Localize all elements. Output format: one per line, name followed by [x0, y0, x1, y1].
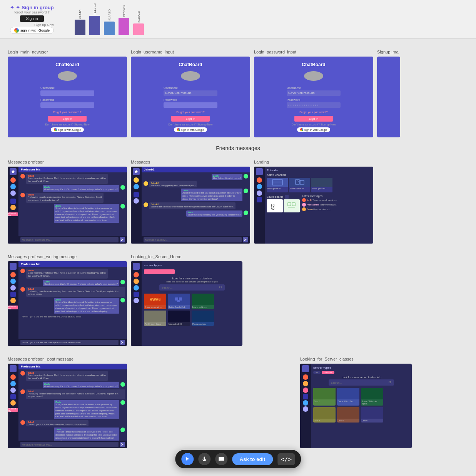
class-card-5[interactable]: Card 6: [361, 407, 383, 423]
color-tab-0[interactable]: #4A4C: [73, 10, 87, 35]
post-dm-1[interactable]: [10, 400, 16, 406]
classes-search-input[interactable]: [331, 381, 389, 384]
writing-input[interactable]: [20, 340, 119, 345]
server-card-5[interactable]: Polars academy: [192, 311, 214, 326]
classes-dm-2[interactable]: [303, 406, 308, 412]
server-card-0[interactable]: RWA6 Anime server with...: [144, 294, 166, 309]
server-card-1[interactable]: Roblox Puzzle Club: [168, 294, 190, 309]
login-forgot-1[interactable]: Forgot your password ?: [176, 111, 205, 114]
writing-send-btn[interactable]: [120, 340, 125, 345]
server-dm-1[interactable]: [134, 298, 139, 303]
landing-direct-icon[interactable]: [257, 197, 262, 202]
class-card-3[interactable]: Card 4: [313, 407, 336, 423]
msg-user-1[interactable]: [134, 177, 139, 183]
cursor-tool-btn[interactable]: [181, 453, 194, 465]
class-card-2[interactable]: Space CTG - Inter digital...: [361, 388, 383, 406]
user-icon-1[interactable]: [10, 177, 16, 183]
login-username-input-0[interactable]: [40, 90, 94, 96]
landing-home-btn[interactable]: [256, 168, 263, 175]
classes-user-1[interactable]: [303, 374, 308, 380]
saved-board-1[interactable]: [284, 199, 300, 212]
post-input[interactable]: [20, 442, 119, 447]
google-signin-button[interactable]: sign in with Google: [10, 27, 54, 34]
comment-tool-btn[interactable]: [215, 453, 227, 465]
server-direct-icon[interactable]: [134, 292, 139, 297]
signin-button[interactable]: Sign in: [20, 15, 44, 22]
classes-direct-icon[interactable]: [303, 394, 308, 399]
messages-send-btn[interactable]: [243, 237, 248, 242]
msg-direct-icon[interactable]: [134, 192, 139, 197]
msg-dm-user[interactable]: [134, 198, 139, 204]
hand-tool-btn[interactable]: [198, 453, 210, 465]
post-user-1[interactable]: [10, 374, 16, 380]
writing-direct-icon[interactable]: [10, 292, 16, 297]
writing-dm-1[interactable]: [10, 298, 16, 303]
login-google-btn-0[interactable]: sign in with Google: [51, 127, 84, 132]
classes-user-2[interactable]: [303, 381, 308, 386]
chat-input[interactable]: [20, 237, 119, 242]
color-tab-2[interactable]: #14AED: [102, 9, 116, 35]
channel-card-0[interactable]: Board game ch...: [267, 178, 288, 192]
login-password-input-0[interactable]: [40, 102, 94, 108]
pill-0[interactable]: All: [313, 371, 321, 374]
writing-user-3[interactable]: [10, 285, 16, 291]
writing-user-2[interactable]: [10, 279, 16, 284]
direct-icon[interactable]: [10, 199, 16, 204]
classes-dm-1[interactable]: [303, 400, 308, 406]
post-user-2[interactable]: [10, 381, 16, 386]
send-button[interactable]: [120, 237, 125, 242]
home-icon-btn[interactable]: [10, 168, 17, 175]
login-signin-btn-0[interactable]: Sign In: [48, 116, 87, 122]
writing-user-1[interactable]: [10, 272, 16, 277]
landing-user-2[interactable]: [257, 184, 262, 189]
dm-user-1[interactable]: [10, 205, 16, 210]
login-forgot-2[interactable]: Forgot your password ?: [299, 111, 328, 114]
messages-input[interactable]: [144, 237, 242, 242]
login-username-input-2[interactable]: GeV079cbPnksLbs: [287, 90, 341, 96]
login-google-btn-2[interactable]: sign in with Google: [297, 127, 330, 132]
home-icon-btn-2[interactable]: [133, 168, 140, 175]
server-card-2[interactable]: Lots of crafting...: [192, 294, 214, 309]
saved-boards-icon[interactable]: [285, 195, 289, 199]
server-user-1[interactable]: [134, 272, 139, 277]
color-tab-3[interactable]: CE%49s: [117, 5, 131, 35]
classes-home-btn[interactable]: [302, 365, 309, 372]
login-password-input-2[interactable]: ••••••••••••••: [287, 102, 341, 108]
contact-btn[interactable]: +Contact Ma: [8, 212, 18, 216]
server-user-3[interactable]: [134, 285, 139, 291]
landing-user-3[interactable]: [257, 190, 262, 196]
classes-user-3[interactable]: [303, 387, 308, 393]
post-home-btn[interactable]: [10, 365, 17, 372]
msg-user-2[interactable]: [134, 184, 139, 189]
class-card-0[interactable]: Card 1: [313, 388, 336, 406]
post-user-3[interactable]: [10, 387, 16, 393]
login-forgot-0[interactable]: Forgot your password ?: [53, 111, 82, 114]
post-contact-btn[interactable]: +Contact Ma: [8, 408, 18, 412]
landing-user-1[interactable]: [257, 177, 262, 183]
login-google-btn-1[interactable]: sign in with Google: [174, 127, 207, 132]
server-search-input[interactable]: [162, 286, 219, 289]
channel-card-2[interactable]: Board game ch...: [311, 178, 332, 192]
login-password-input-1[interactable]: [164, 102, 217, 108]
user-icon-2[interactable]: [10, 184, 16, 189]
login-username-input-1[interactable]: GeV079cbPnksLbs: [164, 90, 217, 96]
post-send-btn[interactable]: [120, 442, 125, 447]
class-card-1[interactable]: Grade 5 Bio - Sec...: [337, 388, 359, 406]
class-card-4[interactable]: Card 5: [337, 407, 359, 423]
server-card-4[interactable]: Minecraft alt 3D: [168, 311, 190, 326]
color-tab-4[interactable]: #1B0CB: [132, 11, 145, 35]
channel-card-1[interactable]: Board alumni ch...: [289, 178, 310, 192]
login-signin-btn-1[interactable]: Sign In: [171, 116, 210, 122]
saved-board-0[interactable]: FO A5: [267, 199, 283, 212]
code-tool-btn[interactable]: </>: [277, 453, 295, 465]
ask-to-edit-button[interactable]: Ask to edit: [232, 453, 273, 465]
writing-contact-btn[interactable]: +Contact Ma: [8, 306, 18, 309]
server-card-3[interactable]: Pet Of study Group: [144, 311, 166, 326]
pill-1[interactable]: Classes: [322, 371, 334, 374]
login-signin-btn-2[interactable]: Sign In: [294, 116, 333, 122]
server-home-btn[interactable]: [133, 263, 140, 270]
writing-home-btn[interactable]: [10, 263, 17, 270]
signup-link[interactable]: Sign up Now: [10, 23, 54, 27]
server-user-2[interactable]: [134, 279, 139, 284]
post-direct-icon[interactable]: [10, 394, 16, 399]
